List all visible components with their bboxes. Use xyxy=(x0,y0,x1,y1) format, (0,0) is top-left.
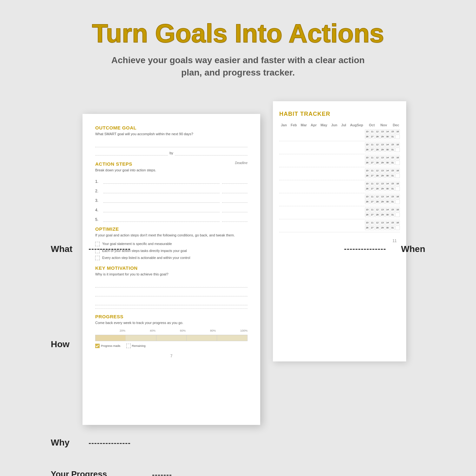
outcome-goal-desc: What SMART goal will you accomplish with… xyxy=(95,132,248,136)
habit-row-7: 10 11 12 13 14 15 16 26 27 28 29 30 xyxy=(279,208,400,219)
remaining-box-icon xyxy=(126,344,131,348)
motivation-line-3[interactable] xyxy=(95,298,248,305)
step-line-3[interactable] xyxy=(103,196,220,203)
optimize-section: OPTIMIZE If your goal and action steps d… xyxy=(95,226,248,260)
step-num-4: 4. xyxy=(95,208,101,212)
step-line-5[interactable] xyxy=(103,215,220,222)
step-line-4[interactable] xyxy=(103,206,220,212)
progress-labels: 20% 40% 60% 80% 100% xyxy=(95,329,248,332)
habit-row-2: 10 11 12 13 14 15 16 26 27 28 29 30 xyxy=(279,142,400,154)
month-jan: Jan xyxy=(281,123,287,127)
habit-row-1: 10 11 12 13 14 15 16 26 27 28 29 30 xyxy=(279,129,400,141)
step-deadline-1[interactable] xyxy=(222,177,248,184)
outcome-goal-line-short[interactable] xyxy=(95,149,168,155)
documents-area: HABIT TRACKER Jan Feb Mar Apr May Jun Ju… xyxy=(32,95,444,463)
progress-label-100: 100% xyxy=(240,329,248,332)
progress-bar xyxy=(95,335,248,341)
step-deadline-4[interactable] xyxy=(222,206,248,212)
annotation-your-progress: Your Progress xyxy=(51,469,107,476)
habit-row-6: 10 11 12 13 14 15 16 26 27 28 29 30 xyxy=(279,195,400,206)
action-steps-desc: Break down your goal into action steps. xyxy=(95,168,156,172)
annotation-how: How xyxy=(51,339,69,349)
progress-section: PROGRESS Come back every week to track y… xyxy=(95,314,248,348)
step-deadline-3[interactable] xyxy=(222,196,248,203)
annotation-why: Why xyxy=(51,438,69,448)
outcome-goal-by-line: by xyxy=(95,149,248,155)
annotation-when: When xyxy=(401,244,425,254)
habit-tracker-page: HABIT TRACKER Jan Feb Mar Apr May Jun Ju… xyxy=(273,101,406,361)
progress-title: PROGRESS xyxy=(95,314,248,319)
checkbox-icon-1[interactable] xyxy=(95,242,100,246)
what-label: What xyxy=(51,244,72,254)
dashed-line-why xyxy=(89,443,130,444)
habit-row-5: 10 11 12 13 14 15 16 26 27 28 29 30 xyxy=(279,182,400,193)
progress-label-80: 80% xyxy=(210,329,216,332)
page-title: Turn Goals Into Actions xyxy=(92,19,384,48)
dashed-line-what xyxy=(89,249,130,250)
month-apr: Apr xyxy=(311,123,317,127)
progress-legend: Progress made. Remaining xyxy=(95,344,248,348)
month-jun: Jun xyxy=(331,123,337,127)
your-progress-label: Your Progress xyxy=(51,469,107,476)
month-mar: Mar xyxy=(301,123,307,127)
step-num-3: 3. xyxy=(95,198,101,203)
optimize-text-3: Every action step listed is actionable a… xyxy=(102,255,190,260)
progress-seg-5 xyxy=(217,335,247,341)
how-label: How xyxy=(51,339,69,349)
progress-made-icon xyxy=(95,344,100,348)
optimize-checkbox-3: Every action step listed is actionable a… xyxy=(95,255,248,260)
section-divider xyxy=(95,308,248,309)
motivation-line-2[interactable] xyxy=(95,289,248,296)
optimize-text-1: Your goal statement is specific and meas… xyxy=(102,241,172,246)
dashed-line-when xyxy=(344,249,386,250)
step-deadline-5[interactable] xyxy=(222,215,248,222)
outcome-goal-date-line[interactable] xyxy=(175,149,248,155)
progress-label-40: 40% xyxy=(150,329,155,332)
key-motivation-desc: Why is it important for you to achieve t… xyxy=(95,272,248,276)
page-subtitle: Achieve your goals way easier and faster… xyxy=(111,54,365,79)
month-nov: Nov xyxy=(380,123,387,127)
outcome-goal-section: OUTCOME GOAL What SMART goal will you ac… xyxy=(95,125,248,155)
habit-row-4: 10 11 12 13 14 15 16 26 27 28 29 30 xyxy=(279,169,400,180)
deadline-label: Deadline xyxy=(235,161,248,165)
step-line-2[interactable] xyxy=(103,187,220,193)
progress-seg-1 xyxy=(96,335,126,341)
month-oct: Oct xyxy=(369,123,375,127)
optimize-desc: If your goal and action steps don't meet… xyxy=(95,233,248,237)
month-feb: Feb xyxy=(291,123,297,127)
action-step-5: 5. xyxy=(95,215,248,222)
habit-row-3: 10 11 12 13 14 15 16 26 27 28 29 30 xyxy=(279,155,400,167)
motivation-line-1[interactable] xyxy=(95,281,248,288)
page-container: Turn Goals Into Actions Achieve your goa… xyxy=(0,0,476,476)
progress-desc: Come back every week to track your progr… xyxy=(95,321,248,325)
month-jul: Jul xyxy=(341,123,346,127)
action-step-4: 4. xyxy=(95,206,248,212)
legend-progress-label: Progress made. xyxy=(101,344,121,347)
outcome-goal-title: OUTCOME GOAL xyxy=(95,125,248,130)
step-num-1: 1. xyxy=(95,179,101,184)
optimize-title: OPTIMIZE xyxy=(95,226,248,232)
month-may: May xyxy=(321,123,327,127)
habit-rows: 10 11 12 13 14 15 16 26 27 28 29 30 xyxy=(279,129,400,232)
legend-remaining: Remaining xyxy=(126,344,146,348)
step-line-1[interactable] xyxy=(103,177,220,184)
key-motivation-title: KEY MOTIVATION xyxy=(95,265,248,271)
outcome-goal-line-1[interactable] xyxy=(95,140,248,147)
step-num-5: 5. xyxy=(95,217,101,222)
annotation-what: What xyxy=(51,244,72,254)
action-step-3: 3. xyxy=(95,196,248,203)
progress-seg-2 xyxy=(126,335,156,341)
action-steps-section: ACTION STEPS Break down your goal into a… xyxy=(95,161,248,222)
checkbox-icon-3[interactable] xyxy=(95,256,100,260)
step-deadline-2[interactable] xyxy=(222,187,248,193)
legend-progress: Progress made. xyxy=(95,344,121,348)
optimize-checkbox-1: Your goal statement is specific and meas… xyxy=(95,241,248,246)
when-label: When xyxy=(401,244,425,254)
habit-tracker-title: HABIT TRACKER xyxy=(279,111,400,117)
goal-page-number: 7 xyxy=(95,354,248,358)
action-steps-header: ACTION STEPS Break down your goal into a… xyxy=(95,161,248,176)
goal-page: OUTCOME GOAL What SMART goal will you ac… xyxy=(83,114,260,425)
month-aug: Aug xyxy=(350,123,357,127)
progress-label-20: 20% xyxy=(120,329,125,332)
dashed-line-your-progress xyxy=(152,475,171,476)
